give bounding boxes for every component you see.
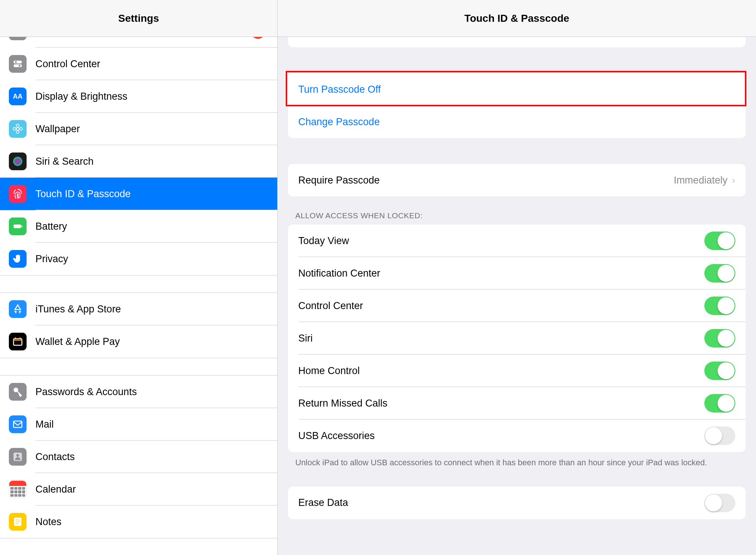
- sidebar-item-label: Wallpaper: [35, 123, 268, 135]
- sidebar-item-siri[interactable]: Siri & Search: [0, 145, 277, 178]
- toggle-row-missed: Return Missed Calls: [288, 387, 746, 419]
- switch-siri[interactable]: [704, 329, 735, 347]
- svg-rect-1: [14, 61, 22, 64]
- sidebar: Settings General1Control CenterAADisplay…: [0, 0, 278, 555]
- svg-rect-15: [14, 421, 22, 428]
- erase-data-row: Erase Data: [288, 487, 746, 519]
- toggle-row-ccenter: Control Center: [288, 290, 746, 322]
- sidebar-item-itunes[interactable]: iTunes & App Store: [0, 293, 277, 325]
- hand-icon: [9, 250, 27, 268]
- AA-icon: AA: [9, 88, 27, 105]
- require-passcode-label: Require Passcode: [298, 175, 380, 186]
- switch-erase-data[interactable]: [704, 494, 735, 512]
- toggle-label-today: Today View: [298, 235, 349, 247]
- toggle-row-usb: USB Accessories: [288, 419, 746, 452]
- sidebar-title: Settings: [0, 0, 277, 37]
- switch-today[interactable]: [704, 232, 735, 250]
- sidebar-item-mail[interactable]: Mail: [0, 408, 277, 441]
- svg-point-7: [16, 131, 19, 134]
- svg-point-10: [13, 157, 23, 166]
- erase-data-label: Erase Data: [298, 497, 348, 508]
- toggle-row-notif: Notification Center: [288, 257, 746, 290]
- detail-title: Touch ID & Passcode: [278, 0, 756, 37]
- sidebar-item-privacy[interactable]: Privacy: [0, 243, 277, 275]
- sidebar-item-label: General: [35, 37, 251, 37]
- chevron-right-icon: ›: [732, 174, 735, 186]
- toggle-label-usb: USB Accessories: [298, 430, 375, 442]
- add-fingerprint-button[interactable]: Add a Fingerprint…: [288, 37, 746, 47]
- siri-icon: [9, 153, 27, 170]
- toggle-row-today: Today View: [288, 225, 746, 257]
- svg-rect-2: [14, 64, 22, 67]
- sidebar-item-label: Control Center: [35, 58, 268, 70]
- svg-point-6: [16, 124, 19, 127]
- sidebar-item-label: Mail: [35, 419, 268, 430]
- wallet-icon: [9, 333, 27, 350]
- sidebar-item-calendar[interactable]: Calendar: [0, 473, 277, 506]
- sidebar-item-label: Battery: [35, 221, 268, 232]
- allow-access-header: ALLOW ACCESS WHEN LOCKED:: [295, 211, 738, 220]
- svg-point-3: [15, 61, 17, 63]
- require-passcode-row[interactable]: Require PasscodeImmediately›: [288, 164, 746, 196]
- sidebar-item-label: Touch ID & Passcode: [35, 188, 268, 200]
- gear-icon: [9, 37, 27, 40]
- fingerprint-icon: [9, 185, 27, 203]
- appstore-icon: [9, 300, 27, 318]
- sidebar-item-passwords[interactable]: Passwords & Accounts: [0, 376, 277, 408]
- turn-passcode-off-button[interactable]: Turn Passcode Off: [288, 73, 746, 106]
- require-passcode-value: Immediately: [674, 175, 728, 186]
- sidebar-item-notes[interactable]: Notes: [0, 506, 277, 538]
- toggle-row-home: Home Control: [288, 354, 746, 387]
- contacts-icon: [9, 448, 27, 466]
- sidebar-item-label: Display & Brightness: [35, 91, 268, 102]
- toggles-icon: [9, 55, 27, 73]
- switch-missed[interactable]: [704, 394, 735, 412]
- sidebar-item-general[interactable]: General1: [0, 37, 277, 48]
- sidebar-item-label: Calendar: [35, 484, 268, 495]
- sidebar-item-label: Wallet & Apple Pay: [35, 336, 268, 347]
- key-icon: [9, 383, 27, 401]
- change-passcode-label: Change Passcode: [298, 116, 380, 128]
- sidebar-item-label: Contacts: [35, 451, 268, 463]
- svg-point-17: [16, 454, 19, 457]
- toggle-label-siri: Siri: [298, 333, 313, 344]
- badge: 1: [251, 37, 265, 39]
- sidebar-item-contacts[interactable]: Contacts: [0, 441, 277, 473]
- sidebar-item-control-center[interactable]: Control Center: [0, 48, 277, 80]
- toggle-label-ccenter: Control Center: [298, 300, 363, 312]
- sidebar-item-label: Notes: [35, 516, 268, 528]
- sidebar-item-label: Passwords & Accounts: [35, 386, 268, 398]
- svg-point-8: [13, 127, 16, 130]
- toggle-label-home: Home Control: [298, 365, 360, 377]
- mail-icon: [9, 415, 27, 433]
- svg-point-9: [20, 127, 23, 130]
- toggle-label-notif: Notification Center: [298, 268, 380, 279]
- sidebar-item-display[interactable]: AADisplay & Brightness: [0, 80, 277, 113]
- sidebar-item-label: iTunes & App Store: [35, 304, 268, 315]
- svg-point-4: [19, 65, 21, 67]
- svg-point-5: [16, 127, 19, 130]
- turn-passcode-off-label: Turn Passcode Off: [298, 84, 381, 95]
- sidebar-item-label: Privacy: [35, 253, 268, 265]
- sidebar-item-touchid[interactable]: Touch ID & Passcode: [0, 178, 277, 210]
- sidebar-item-battery[interactable]: Battery: [0, 210, 277, 243]
- svg-rect-11: [14, 225, 21, 228]
- battery-icon: [9, 217, 27, 235]
- sidebar-item-label: Siri & Search: [35, 156, 268, 167]
- toggle-row-siri: Siri: [288, 322, 746, 354]
- svg-rect-12: [21, 226, 23, 227]
- switch-home[interactable]: [704, 362, 735, 380]
- toggle-label-missed: Return Missed Calls: [298, 398, 388, 409]
- detail-pane: Touch ID & Passcode Add a Fingerprint…Tu…: [278, 0, 756, 555]
- change-passcode-button[interactable]: Change Passcode: [288, 106, 746, 138]
- calendar-icon: [9, 480, 27, 498]
- switch-notif[interactable]: [704, 264, 735, 282]
- switch-usb[interactable]: [704, 426, 735, 445]
- usb-footer-text: Unlock iPad to allow USB accessories to …: [295, 457, 738, 468]
- flower-icon: [9, 120, 27, 138]
- notes-icon: [9, 513, 27, 531]
- sidebar-item-wallet[interactable]: Wallet & Apple Pay: [0, 325, 277, 358]
- sidebar-item-wallpaper[interactable]: Wallpaper: [0, 113, 277, 145]
- switch-ccenter[interactable]: [704, 297, 735, 315]
